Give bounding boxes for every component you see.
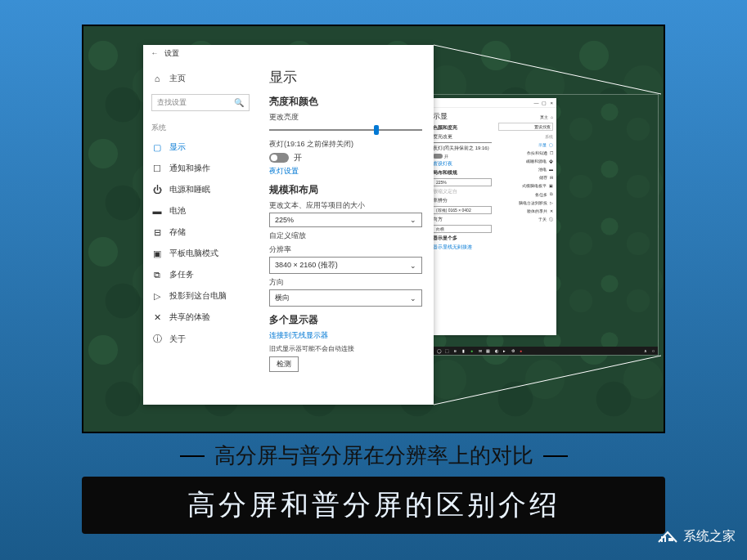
small-sidebar-shared[interactable]: 验体的享共✕ — [498, 208, 553, 213]
caption-subtitle: 高分屏与普分屏在分辨率上的对比 — [214, 441, 533, 470]
small-sidebar-multitask[interactable]: 务任多⧉ — [498, 191, 553, 197]
window-title: 设置 — [164, 48, 179, 59]
small-sidebar-display[interactable]: 示显▢ — [498, 142, 553, 147]
brightness-slider[interactable] — [269, 124, 422, 136]
sidebar-item-storage[interactable]: ⊟ 存储 — [143, 222, 258, 243]
close-icon[interactable]: × — [550, 101, 553, 105]
tablet-icon: ▣ — [151, 249, 163, 259]
app-icon[interactable]: ● — [518, 348, 524, 353]
small-page-title: 示显 — [433, 111, 492, 122]
back-button[interactable]: ← — [148, 47, 161, 60]
search-icon: 🔍 — [234, 98, 244, 107]
section-multimonitor: 多个显示器 — [269, 313, 422, 327]
small-section-scale: 局布和模规 — [433, 169, 492, 177]
sidebar-item-project[interactable]: ▷ 投影到这台电脑 — [143, 285, 258, 307]
shared-icon: ✕ — [151, 312, 163, 323]
small-brightness-label: 度亮改更 — [433, 133, 492, 141]
small-resolution-dropdown[interactable]: (荐推) 0165 × 0402 — [433, 206, 492, 214]
maximize-icon[interactable]: ▢ — [542, 100, 547, 105]
brightness-label: 更改亮度 — [269, 112, 422, 123]
small-slider[interactable] — [433, 142, 492, 143]
battery-icon: ▬ — [151, 206, 163, 216]
explorer-icon[interactable]: ▮ — [461, 348, 466, 353]
page-title: 显示 — [269, 68, 422, 87]
tray-icon[interactable]: ○ — [650, 348, 656, 353]
small-section-brightness: 色颜和度亮 — [433, 124, 492, 132]
home-icon: ⌂ — [151, 74, 163, 83]
sidebar-item-about[interactable]: ⓘ 关于 — [143, 328, 258, 350]
project-icon: ▷ — [151, 291, 163, 302]
small-orientation-label: 向方 — [433, 216, 492, 223]
small-home[interactable]: 页主⌂ — [498, 114, 553, 119]
notify-icon: ☐ — [151, 164, 163, 174]
caption-title-banner: 高分屏和普分屏的区别介绍 — [82, 477, 665, 534]
app-icon[interactable]: ◐ — [493, 348, 499, 353]
watermark: 系统之家 — [657, 527, 736, 545]
nightlight-settings-link[interactable]: 夜灯设置 — [269, 166, 422, 177]
small-sidebar-about[interactable]: 于关ⓘ — [498, 217, 553, 222]
app-icon[interactable]: ✉ — [477, 348, 483, 353]
small-toggle[interactable]: 开 — [433, 154, 492, 159]
sidebar-item-battery[interactable]: ▬ 电池 — [143, 200, 258, 222]
small-sidebar: 页主⌂ 置设找查 系统 示显▢ 作操和知通☐ 眠睡和源电⏻ 池电▬ 储存⊟ 式模… — [495, 108, 556, 335]
app-icon[interactable]: ▸ — [502, 348, 507, 353]
taskview-icon[interactable]: ⬚ — [444, 348, 450, 353]
app-icon[interactable]: ▦ — [485, 348, 491, 353]
small-link[interactable]: 置设灯夜 — [433, 160, 492, 168]
sidebar-item-tablet[interactable]: ▣ 平板电脑模式 — [143, 243, 258, 264]
watermark-text: 系统之家 — [683, 528, 736, 545]
sidebar-home[interactable]: ⌂ 主页 — [143, 68, 258, 89]
small-window-titlebar: — ▢ × — [430, 98, 556, 108]
small-scale-dropdown[interactable]: 225% — [433, 178, 492, 186]
search-icon[interactable]: ◯ — [436, 348, 442, 353]
sidebar-item-notifications[interactable]: ☐ 通知和操作 — [143, 158, 258, 179]
taskbar-small: ⊞ ◯ ⬚ e ▮ ● ✉ ▦ ◐ ▸ ⚙ ● ∧ ○ — [426, 347, 658, 355]
multitask-icon: ⧉ — [151, 270, 163, 280]
resolution-label: 分辨率 — [269, 244, 422, 255]
old-display-note: 旧式显示器可能不会自动连接 — [269, 344, 422, 353]
small-wireless-link[interactable]: 器示显线无到接连 — [433, 244, 492, 251]
small-multi-section: 器示显个多 — [433, 235, 492, 242]
about-icon: ⓘ — [151, 333, 163, 345]
sidebar-item-multitask[interactable]: ⧉ 多任务 — [143, 264, 258, 285]
small-nightlight: 夜灯(闭关持保前之 19:16) — [433, 145, 492, 152]
small-resolution-label: 率辨分 — [433, 197, 492, 204]
app-icon[interactable]: ● — [469, 348, 475, 353]
sidebar-home-label: 主页 — [169, 73, 186, 84]
tray-icon[interactable]: ∧ — [642, 348, 648, 353]
small-sidebar-power[interactable]: 眠睡和源电⏻ — [498, 159, 553, 164]
edge-icon[interactable]: e — [452, 348, 458, 353]
chevron-down-icon: ⌄ — [410, 294, 416, 302]
scale-dropdown[interactable]: 225% ⌄ — [269, 213, 422, 227]
small-custom-scale: 放缩义定自 — [433, 188, 492, 195]
detect-button[interactable]: 检测 — [269, 356, 299, 372]
small-sidebar-notify[interactable]: 作操和知通☐ — [498, 150, 553, 155]
chevron-down-icon: ⌄ — [410, 262, 416, 270]
app-icon[interactable]: ⚙ — [510, 348, 515, 353]
small-search[interactable]: 置设找查 — [498, 123, 553, 131]
small-sidebar-storage[interactable]: 储存⊟ — [498, 175, 553, 180]
custom-scale-link: 自定义缩放 — [269, 231, 422, 241]
settings-window-small: — ▢ × 示显 色颜和度亮 度亮改更 夜灯(闭关持保前之 19:16) 开 置… — [430, 98, 556, 335]
nightlight-label: 夜灯(19:16 之前保持关闭) — [269, 139, 422, 150]
small-sidebar-tablet[interactable]: 式模脑电板平▣ — [498, 183, 553, 188]
resolution-dropdown[interactable]: 3840 × 2160 (推荐) ⌄ — [269, 257, 422, 274]
sidebar-item-power[interactable]: ⏻ 电源和睡眠 — [143, 179, 258, 200]
small-orientation-dropdown[interactable]: 向横 — [433, 225, 492, 233]
small-sidebar-project[interactable]: 脑电台这到影投▷ — [498, 200, 553, 205]
minimize-icon[interactable]: — — [533, 101, 538, 105]
chevron-down-icon: ⌄ — [410, 216, 416, 224]
section-brightness: 亮度和颜色 — [269, 95, 422, 109]
sidebar-section-system: 系统 — [143, 119, 258, 137]
small-content-panel: 示显 色颜和度亮 度亮改更 夜灯(闭关持保前之 19:16) 开 置设灯夜 局布… — [430, 108, 495, 335]
settings-sidebar: ⌂ 主页 查找设置 🔍 系统 ▢ 显示 ☐ 通知和操作 ⏻ 电源和睡眠 — [143, 61, 258, 405]
nightlight-toggle[interactable]: 开 — [269, 152, 422, 164]
sidebar-item-shared[interactable]: ✕ 共享的体验 — [143, 307, 258, 328]
sidebar-item-display[interactable]: ▢ 显示 — [143, 137, 258, 158]
window-titlebar: ← 设置 — [143, 45, 434, 61]
wireless-display-link[interactable]: 连接到无线显示器 — [269, 330, 422, 341]
small-sidebar-battery[interactable]: 池电▬ — [498, 167, 553, 172]
settings-content: 显示 亮度和颜色 更改亮度 夜灯(19:16 之前保持关闭) 开 夜灯设置 规模… — [258, 61, 434, 405]
orientation-dropdown[interactable]: 横向 ⌄ — [269, 289, 422, 307]
sidebar-search-input[interactable]: 查找设置 🔍 — [151, 94, 250, 111]
